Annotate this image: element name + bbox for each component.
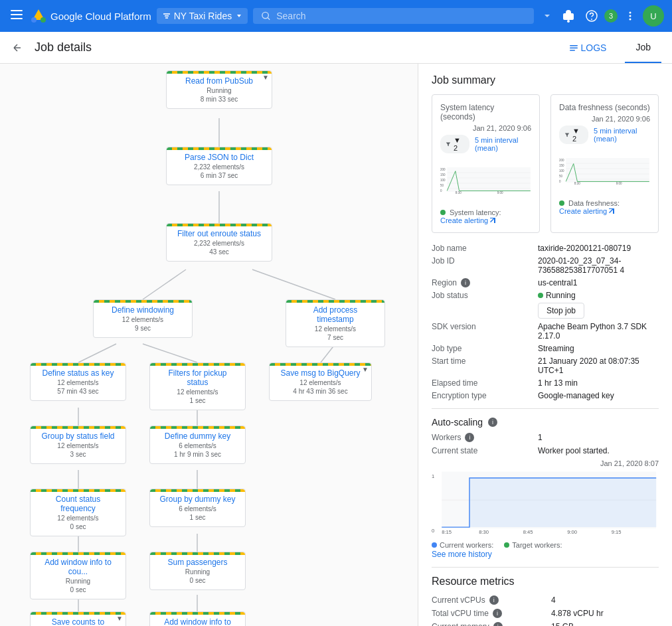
svg-point-10 [591,19,592,20]
resource-metrics-info-icon[interactable]: i [489,595,499,605]
pipeline-node-parse-json[interactable]: Parse JSON to Dict2,232 elements/s6 min … [166,147,272,185]
job-detail-value: RunningStop job [538,291,584,319]
more-menu-button[interactable] [620,6,640,26]
latency-filter-badge[interactable]: ▼ 2 [440,135,469,153]
node-expand-read-pubsub[interactable]: ▼ [262,74,269,81]
pipeline-node-filter-status[interactable]: Filter out enroute status2,232 elements/… [166,223,272,262]
node-title-count-status-freq: Count status frequency [39,495,118,513]
resource-metrics-label: Current vCPUsi [432,595,551,605]
topbar-project-selector[interactable]: NY Taxi Rides [157,8,248,24]
section-divider-2 [432,567,659,568]
job-detail-row: SDK versionApache Beam Python 3.7 SDK 2.… [432,322,659,341]
node-sub1-group-dummy-key: 6 elements/s [158,505,237,512]
node-sub2-read-pubsub: 8 min 33 sec [175,96,264,103]
autoscaling-info-icon[interactable]: i [465,433,474,442]
resource-metrics-row: Total vCPU timei4.878 vCPU hr [432,609,659,618]
freshness-legend-dot [559,200,564,206]
search-dropdown-icon[interactable] [542,11,552,21]
svg-text:200: 200 [559,159,564,162]
autoscaling-title: Auto-scaling i [432,417,659,428]
svg-point-11 [630,12,631,14]
pipeline-node-define-windowing[interactable]: Define windowing12 elements/s9 sec [93,299,193,338]
freshness-create-alerting[interactable]: Create alerting [559,207,650,215]
pipeline-node-add-process-ts[interactable]: Add process timestamp12 elements/s7 sec [286,299,385,347]
svg-rect-7 [563,13,574,20]
help-button[interactable] [582,6,602,26]
pipeline-node-save-msg-bq[interactable]: Save msg to BigQuery12 elements/s4 hr 43… [269,362,372,401]
node-sub1-add-process-ts: 12 elements/s [294,325,377,333]
pipeline-node-filters-pickup[interactable]: Filters for pickup status12 elements/s1 … [149,362,246,410]
topbar-logo-text: Google Cloud Platform [50,11,151,22]
node-sub2-add-process-ts: 7 sec [294,334,377,341]
autoscaling-row: Current stateWorker pool started. [432,446,659,455]
node-sub1-filter-status: 2,232 elements/s [175,240,264,247]
section-divider-1 [432,408,659,409]
latency-chart-svg: 200 150 100 50 0 8:30 9:00 [440,157,531,204]
topbar-search[interactable] [253,8,534,24]
pipeline-node-save-counts-bq[interactable]: Save counts to BigQueryRunning23 sec▼ [30,611,126,626]
pipeline-node-count-status-freq[interactable]: Count status frequency12 elements/s0 sec [30,489,126,536]
user-badge[interactable]: 3 [604,9,618,23]
logs-button[interactable]: LOGS [561,39,615,57]
svg-text:100: 100 [440,179,446,182]
node-sub2-save-msg-bq: 4 hr 43 min 36 sec [278,388,363,395]
autoscaling-info-icon[interactable]: i [488,418,497,427]
node-title-read-pubsub: Read from PubSub [175,76,264,86]
node-sub2-filter-status: 43 sec [175,248,264,256]
see-more-history[interactable]: See more history [432,550,492,559]
pipeline-node-define-dummy-key[interactable]: Define dummy key6 elements/s1 hr 9 min 3… [149,426,246,464]
job-detail-row: Elapsed time1 hr 13 min [432,378,659,388]
job-detail-label: Elapsed time [432,378,538,388]
latency-filter-text[interactable]: 5 min interval (mean) [475,136,531,152]
pipeline-node-read-pubsub[interactable]: Read from PubSubRunning8 min 33 sec▼ [166,70,272,109]
freshness-chart-svg: 200 150 100 50 0 8:30 9:00 [559,148,650,195]
job-summary-title: Job summary [432,74,659,86]
autoscaling-rows: Workersi1Current stateWorker pool starte… [432,433,659,455]
node-title-group-status-field: Group by status field [39,431,118,441]
search-input[interactable] [276,11,526,21]
pipeline-node-define-status-key[interactable]: Define status as key12 elements/s57 min … [30,362,126,401]
node-expand-save-counts-bq[interactable]: ▼ [116,615,123,622]
svg-point-4 [31,17,37,23]
pipeline-node-add-window-info-sum[interactable]: Add window info to sum...Running0 sec [149,611,246,626]
node-sub2-define-windowing: 9 sec [102,325,184,332]
node-sub2-parse-json: 6 min 37 sec [175,172,264,179]
pipeline-node-group-status-field[interactable]: Group by status field12 elements/s3 sec [30,426,126,464]
job-tab[interactable]: Job [625,32,661,63]
svg-text:0: 0 [432,528,434,534]
charts-row: System latency (seconds) Jan 21, 2020 9:… [432,94,659,233]
svg-rect-14 [570,45,578,46]
svg-text:9:00: 9:00 [497,191,503,195]
job-detail-row: Job statusRunningStop job [432,291,659,319]
node-expand-save-msg-bq[interactable]: ▼ [362,366,369,373]
target-workers-dot [504,542,509,548]
job-detail-value: 1 hr 13 min [538,378,578,388]
notifications-button[interactable] [558,5,579,27]
svg-text:9:00: 9:00 [567,529,577,535]
job-detail-row: Job typeStreaming [432,344,659,353]
node-title-add-process-ts: Add process timestamp [294,305,377,324]
stop-job-button[interactable]: Stop job [538,303,584,319]
freshness-filter-badge[interactable]: ▼ 2 [559,125,588,144]
main-layout: Read from PubSubRunning8 min 33 sec▼Pars… [0,64,672,626]
svg-text:150: 150 [559,164,564,167]
latency-create-alerting[interactable]: Create alerting [440,216,531,224]
svg-text:8:45: 8:45 [523,529,533,535]
job-detail-row: Job ID2020-01-20_23_07_34-73658825381770… [432,256,659,275]
pipeline-node-add-window-info-cou[interactable]: Add window info to cou...Running0 sec [30,552,126,599]
job-detail-row: Job nametaxiride-20200121-080719 [432,244,659,253]
resource-metrics-info-icon[interactable]: i [493,609,502,618]
resource-metrics-info-icon[interactable]: i [493,622,503,626]
freshness-chart-box: Data freshness (seconds) Jan 21, 2020 9:… [550,94,659,233]
user-avatar[interactable]: U [643,5,664,27]
svg-text:8:30: 8:30 [479,529,489,535]
freshness-filter-text[interactable]: 5 min interval (mean) [594,127,650,143]
menu-icon[interactable] [8,6,25,27]
back-button[interactable] [11,41,24,54]
svg-rect-15 [570,47,578,48]
pipeline-node-sum-passengers[interactable]: Sum passengersRunning0 sec [149,552,246,590]
info-icon[interactable]: i [461,278,470,287]
job-detail-value: Apache Beam Python 3.7 SDK 2.17.0 [538,322,659,341]
job-detail-label: Job type [432,344,538,353]
pipeline-node-group-dummy-key[interactable]: Group by dummy key6 elements/s1 sec [149,489,246,527]
